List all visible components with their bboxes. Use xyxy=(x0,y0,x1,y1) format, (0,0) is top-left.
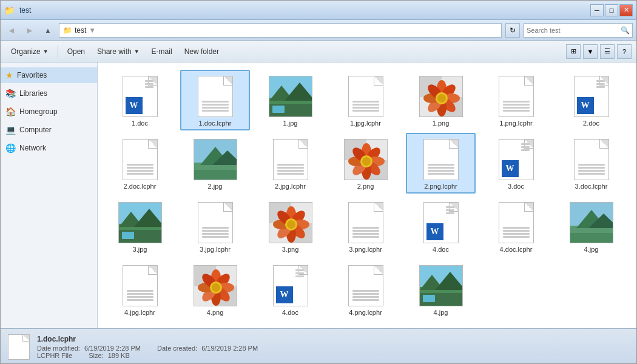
file-item[interactable]: 1.png xyxy=(406,70,476,130)
file-name: 1.jpg xyxy=(283,120,298,127)
file-area[interactable]: W1.doc1.doc.lcphr 1.jpg1.jpg.lcphr 1.png… xyxy=(98,62,636,328)
up-button[interactable]: ▲ xyxy=(41,23,55,38)
file-item[interactable]: 2.jpg xyxy=(180,133,250,194)
status-type: LCPHR File Size: 189 KB xyxy=(37,352,258,359)
file-name: 3.doc xyxy=(508,183,524,190)
file-icon: W xyxy=(419,201,463,244)
email-label: E-mail xyxy=(152,47,172,56)
back-button[interactable]: ◄ xyxy=(4,23,19,38)
nav-bar: ◄ ► ▲ 📁 test ▼ ↻ 🔍 xyxy=(1,20,636,41)
file-item[interactable]: 4.png.lcphr xyxy=(331,259,400,320)
size-value: 189 KB xyxy=(108,352,130,359)
title-bar: 📁 test ─ □ ✕ xyxy=(1,1,636,20)
title-bar-controls: ─ □ ✕ xyxy=(590,4,633,16)
date-created-label: Date created: xyxy=(157,345,197,352)
file-name: 4.png.lcphr xyxy=(349,309,382,316)
search-icon: 🔍 xyxy=(621,26,630,35)
folder-icon: 📁 xyxy=(4,5,15,15)
status-meta-modified: Date modified: 6/19/2019 2:28 PM Date cr… xyxy=(37,345,258,352)
new-folder-button[interactable]: New folder xyxy=(179,43,224,60)
file-icon xyxy=(194,264,237,308)
refresh-button[interactable]: ↻ xyxy=(505,23,520,38)
sidebar-item-computer[interactable]: 💻 Computer xyxy=(1,122,97,138)
help-button[interactable]: ? xyxy=(617,44,632,59)
libraries-icon: 📚 xyxy=(5,89,16,98)
svg-point-55 xyxy=(287,220,295,229)
file-item[interactable]: 3.jpg.lcphr xyxy=(180,196,250,257)
file-icon: W xyxy=(269,264,312,308)
file-item[interactable]: W2.doc xyxy=(556,70,626,130)
title-bar-left: 📁 test xyxy=(4,5,31,15)
restore-button[interactable]: □ xyxy=(605,4,618,16)
file-icon xyxy=(269,201,312,244)
file-item[interactable]: 4.doc.lcphr xyxy=(481,196,551,257)
file-item[interactable]: W3.doc xyxy=(481,133,551,194)
file-name: 1.doc xyxy=(132,120,148,127)
sidebar-item-libraries[interactable]: 📚 Libraries xyxy=(1,86,97,101)
svg-rect-42 xyxy=(122,232,134,239)
file-name: 4.doc xyxy=(282,309,298,316)
file-icon xyxy=(194,201,237,244)
file-icon xyxy=(118,138,162,181)
status-info: 1.doc.lcphr Date modified: 6/19/2019 2:2… xyxy=(37,335,258,359)
file-icon xyxy=(344,201,388,244)
organize-chevron: ▼ xyxy=(43,49,49,55)
breadcrumb: 📁 test ▼ xyxy=(59,23,502,38)
open-label: Open xyxy=(67,47,85,56)
minimize-button[interactable]: ─ xyxy=(590,4,604,16)
file-item[interactable]: 1.jpg xyxy=(255,70,325,130)
forward-button[interactable]: ► xyxy=(22,23,37,38)
date-modified-label: Date modified: xyxy=(37,345,80,352)
open-button[interactable]: Open xyxy=(62,43,90,60)
organize-label: Organize xyxy=(11,47,41,56)
svg-rect-60 xyxy=(570,233,613,243)
file-item[interactable]: 2.doc.lcphr xyxy=(105,133,175,194)
file-item[interactable]: 4.png xyxy=(180,259,250,320)
sidebar-section-homegroup: 🏠 Homegroup xyxy=(1,104,97,120)
file-icon xyxy=(570,138,613,181)
file-item[interactable]: 3.png.lcphr xyxy=(331,196,400,257)
file-item[interactable]: 1.doc.lcphr xyxy=(180,70,250,130)
status-bar: 1.doc.lcphr Date modified: 6/19/2019 2:2… xyxy=(1,328,636,364)
file-item[interactable]: 4.jpg xyxy=(556,196,626,257)
file-name: 1.png.lcphr xyxy=(499,120,532,127)
sidebar-item-network[interactable]: 🌐 Network xyxy=(1,140,97,156)
close-button[interactable]: ✕ xyxy=(619,4,633,16)
view-details-button[interactable]: ☰ xyxy=(600,44,615,59)
file-item[interactable]: W1.doc xyxy=(105,70,175,130)
file-item[interactable]: 4.jpg.lcphr xyxy=(105,259,175,320)
file-name: 1.png xyxy=(433,120,450,127)
file-name: 4.jpg xyxy=(584,246,599,253)
search-input[interactable] xyxy=(527,27,618,34)
file-icon xyxy=(419,138,463,181)
file-item[interactable]: 2.png xyxy=(331,133,400,194)
main-area: ★ Favorites 📚 Libraries 🏠 Homegroup 💻 Co… xyxy=(1,62,636,328)
file-name: 2.jpg xyxy=(208,183,223,190)
file-item[interactable]: 2.png.lcphr xyxy=(406,133,476,194)
sidebar-item-homegroup[interactable]: 🏠 Homegroup xyxy=(1,104,97,120)
file-item[interactable]: 4.jpg xyxy=(406,259,476,320)
share-with-button[interactable]: Share with ▼ xyxy=(92,43,145,60)
view-dropdown-button[interactable]: ▼ xyxy=(583,44,598,59)
file-icon xyxy=(419,264,463,308)
file-icon xyxy=(269,138,312,181)
view-options-button[interactable]: ⊞ xyxy=(566,44,581,59)
file-name: 4.doc xyxy=(433,246,449,253)
file-name: 3.png.lcphr xyxy=(349,246,382,253)
file-item[interactable]: 2.jpg.lcphr xyxy=(255,133,325,194)
toolbar: Organize ▼ Open Share with ▼ E-mail New … xyxy=(1,41,636,62)
file-item[interactable]: W4.doc xyxy=(255,259,325,320)
sidebar-item-favorites[interactable]: ★ Favorites xyxy=(1,67,97,83)
email-button[interactable]: E-mail xyxy=(146,43,178,60)
file-item[interactable]: 3.png xyxy=(255,196,325,257)
organize-button[interactable]: Organize ▼ xyxy=(5,43,54,60)
file-icon xyxy=(570,201,613,244)
sidebar-network-label: Network xyxy=(19,144,46,152)
file-icon: W xyxy=(570,75,613,118)
file-name: 4.png xyxy=(207,309,224,316)
file-item[interactable]: 3.doc.lcphr xyxy=(556,133,626,194)
file-item[interactable]: W4.doc xyxy=(406,196,476,257)
file-item[interactable]: 3.jpg xyxy=(105,196,175,257)
file-item[interactable]: 1.jpg.lcphr xyxy=(331,70,400,130)
file-item[interactable]: 1.png.lcphr xyxy=(481,70,551,130)
